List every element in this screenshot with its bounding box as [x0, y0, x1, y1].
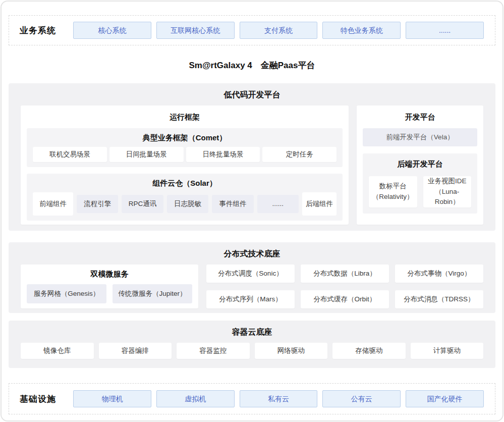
infra-domestic-hardware: 国产化硬件	[406, 390, 484, 407]
business-system-core: 核心系统	[73, 22, 151, 39]
solar-chip-process-engine: 流程引擎	[77, 195, 118, 213]
comet-framework-box: 典型业务框架（Comet） 联机交易场景 日间批量场景 日终批量场景 定时任务	[27, 128, 343, 167]
business-systems-label: 业务系统	[9, 25, 73, 36]
compute-driver: 计算驱动	[411, 343, 484, 359]
infrastructure-buttons: 物理机 虚拟机 私有云 公有云 国产化硬件	[73, 390, 495, 407]
luna-robin-ide: 业务视图IDE（Luna-Robin）	[423, 176, 472, 207]
sonic-scheduling: 分布式调度（Sonic）	[206, 265, 295, 283]
comet-item-endofday-batch: 日终批量场景	[186, 147, 260, 162]
infra-virtual-machine: 虚拟机	[156, 390, 235, 407]
distributed-grid: 分布式调度（Sonic） 分布式数据（Libra） 分布式事物（Virgo） 分…	[206, 265, 483, 308]
comet-item-online-trading: 联机交易场景	[33, 147, 107, 162]
comet-items-row: 联机交易场景 日间批量场景 日终批量场景 定时任务	[33, 147, 337, 162]
solar-chip-more: ......	[257, 195, 299, 213]
infra-private-cloud: 私有云	[240, 390, 318, 407]
comet-item-daytime-batch: 日间批量场景	[109, 147, 184, 162]
business-system-internet-core: 互联网核心系统	[156, 22, 235, 39]
backend-dev-platform-box: 后端开发平台 数标平台（Relativity） 业务视图IDE（Luna-Rob…	[363, 153, 477, 214]
comet-framework-title: 典型业务框架（Comet）	[33, 132, 337, 143]
solar-chip-log-masking: 日志脱敏	[167, 195, 208, 213]
storage-driver: 存储驱动	[332, 343, 406, 359]
business-system-payment: 支付系统	[240, 22, 318, 39]
solar-items-row: 前端组件 流程引擎 RPC通讯 日志脱敏 事件组件 ...... 后端组件	[33, 192, 337, 216]
business-system-special: 特色业务系统	[322, 22, 401, 39]
infrastructure-label: 基础设施	[9, 393, 73, 405]
orbit-cache: 分布式缓存（Orbit）	[301, 290, 389, 308]
container-cloud-title: 容器云底座	[21, 327, 483, 338]
vela-frontend-platform: 前端开发平台（Vela）	[363, 128, 477, 146]
lowcode-section: 低代码开发平台 运行框架 典型业务框架（Comet） 联机交易场景 日间批量场景…	[9, 83, 495, 231]
distributed-title: 分布式技术底座	[21, 248, 483, 259]
solar-component-box: 组件云仓（Solar） 前端组件 流程引擎 RPC通讯 日志脱敏 事件组件 ..…	[27, 174, 343, 221]
libra-data: 分布式数据（Libra）	[301, 265, 389, 283]
genesis-service-mesh: 服务网格（Genesis）	[27, 284, 106, 303]
business-systems-buttons: 核心系统 互联网核心系统 支付系统 特色业务系统 ......	[73, 22, 495, 39]
runtime-framework-title: 运行框架	[27, 112, 343, 122]
backend-dev-items-row: 数标平台（Relativity） 业务视图IDE（Luna-Robin）	[369, 176, 471, 207]
platform-title: Sm@rtGalaxy 4 金融Paas平台	[2, 60, 502, 71]
dual-mode-microservice-box: 双模微服务 服务网格（Genesis） 传统微服务（Jupiter）	[21, 265, 198, 308]
dev-platform-title: 开发平台	[363, 112, 477, 122]
container-cloud-section: 容器云底座 镜像仓库 容器编排 容器监控 网络驱动 存储驱动 计算驱动	[9, 321, 495, 368]
mars-sequence: 分布式序列（Mars）	[206, 290, 295, 308]
distributed-section: 分布式技术底座 双模微服务 服务网格（Genesis） 传统微服务（Jupite…	[9, 242, 495, 313]
business-systems-row: 业务系统 核心系统 互联网核心系统 支付系统 特色业务系统 ......	[9, 15, 495, 45]
dual-mode-title: 双模微服务	[27, 269, 192, 279]
solar-frontend-components: 前端组件	[33, 192, 73, 216]
infra-public-cloud: 公有云	[322, 390, 401, 407]
comet-item-scheduled-task: 定时任务	[262, 147, 337, 162]
dev-platform-box: 开发平台 前端开发平台（Vela） 后端开发平台 数标平台（Relativity…	[357, 106, 483, 225]
dual-mode-items-row: 服务网格（Genesis） 传统微服务（Jupiter）	[27, 284, 192, 303]
virgo-transaction: 分布式事物（Virgo）	[395, 265, 483, 283]
lowcode-title: 低代码开发平台	[21, 89, 483, 100]
network-driver: 网络驱动	[255, 343, 328, 359]
lowcode-body: 运行框架 典型业务框架（Comet） 联机交易场景 日间批量场景 日终批量场景 …	[21, 106, 483, 225]
container-orchestration: 容器编排	[99, 343, 172, 359]
solar-component-title: 组件云仓（Solar）	[33, 178, 337, 188]
architecture-diagram: 业务系统 核心系统 互联网核心系统 支付系统 特色业务系统 ...... Sm@…	[1, 1, 503, 421]
distributed-body: 双模微服务 服务网格（Genesis） 传统微服务（Jupiter） 分布式调度…	[21, 265, 483, 308]
relativity-platform: 数标平台（Relativity）	[369, 176, 417, 207]
container-items-row: 镜像仓库 容器编排 容器监控 网络驱动 存储驱动 计算驱动	[21, 343, 483, 359]
jupiter-microservice: 传统微服务（Jupiter）	[113, 284, 192, 303]
infra-physical-machine: 物理机	[73, 390, 151, 407]
runtime-framework-box: 运行框架 典型业务框架（Comet） 联机交易场景 日间批量场景 日终批量场景 …	[21, 106, 349, 225]
solar-chip-event: 事件组件	[212, 195, 253, 213]
backend-dev-platform-title: 后端开发平台	[369, 159, 471, 169]
tdrss-message: 分布式消息（TDRSS）	[395, 290, 483, 308]
business-system-more: ......	[406, 22, 484, 39]
solar-chip-rpc: RPC通讯	[122, 195, 163, 213]
solar-backend-components: 后端组件	[302, 192, 337, 216]
container-monitoring: 容器监控	[177, 343, 250, 359]
infrastructure-row: 基础设施 物理机 虚拟机 私有云 公有云 国产化硬件	[9, 383, 495, 414]
image-registry: 镜像仓库	[21, 343, 94, 359]
